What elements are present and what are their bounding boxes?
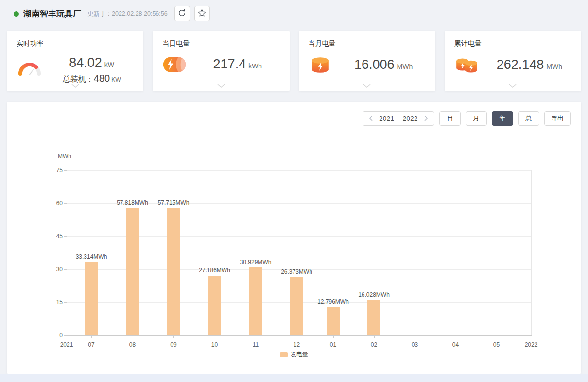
generation-chart-card: 2021— 2022 日 月 年 总 导出 MWh 01530456075202… [7, 102, 581, 374]
x-tick-label: 04 [452, 341, 459, 348]
next-range-chevron-right-icon[interactable] [424, 116, 428, 121]
y-tick-label: 45 [42, 233, 63, 240]
x-tick-mark [415, 336, 415, 338]
x-tick-mark [215, 336, 215, 338]
bar-value-label: 26.373MWh [281, 268, 312, 275]
card-label: 当日电量 [162, 39, 282, 48]
generation-bar[interactable] [85, 262, 98, 335]
daily-energy-unit: kWh [248, 62, 262, 70]
bar-value-label: 30.929MWh [240, 259, 272, 266]
card-monthly-energy: 当月电量 16.006MWh [299, 31, 435, 91]
view-button-day[interactable]: 日 [439, 111, 461, 126]
bar-value-label: 16.028MWh [358, 291, 390, 298]
y-gridline [67, 170, 531, 171]
view-button-year[interactable]: 年 [492, 111, 513, 126]
daily-energy-value: 217.4 [213, 57, 246, 71]
card-cumulative-energy: 累计电量 [445, 31, 581, 91]
site-title: 湖南智丰玩具厂 [23, 8, 81, 19]
x-tick-mark [333, 336, 334, 338]
card-label: 累计电量 [454, 39, 574, 48]
x-tick-label: 2022 [525, 341, 538, 348]
y-tick-label: 0 [42, 332, 63, 339]
chart-toolbar: 2021— 2022 日 月 年 总 导出 [363, 111, 571, 126]
y-tick-label: 30 [42, 266, 63, 273]
y-axis-unit-label: MWh [58, 153, 71, 160]
view-button-total[interactable]: 总 [518, 111, 539, 126]
expand-chevron-down-icon[interactable] [217, 81, 225, 90]
power-gauge-icon [17, 58, 47, 81]
bar-chart: MWh 015304560752021070809101112010203040… [7, 102, 581, 374]
generation-bar[interactable] [249, 267, 262, 335]
x-tick-label: 11 [253, 341, 259, 348]
dashboard-page: 湖南智丰玩具厂 更新于：2022.02.28 20:56:56 实时功率 [0, 0, 588, 382]
cumulative-energy-value: 262.148 [497, 57, 544, 72]
generation-bar[interactable] [290, 277, 303, 335]
card-label: 实时功率 [17, 39, 137, 48]
bar-value-label: 57.818MWh [117, 199, 148, 206]
y-axis-line [67, 170, 67, 335]
y-tick-label: 15 [42, 299, 63, 306]
expand-chevron-down-icon[interactable] [71, 81, 79, 90]
date-range-text: 2021— 2022 [379, 115, 417, 122]
x-tick-mark [297, 336, 297, 338]
x-tick-mark [374, 336, 375, 338]
plot-right-border [531, 170, 532, 335]
daily-energy-icon [162, 55, 192, 74]
prev-range-chevron-left-icon[interactable] [369, 116, 373, 121]
monthly-energy-value: 16.006 [354, 57, 395, 72]
x-tick-mark [497, 336, 497, 338]
chart-legend[interactable]: 发电量 [280, 350, 308, 359]
generation-bar[interactable] [327, 307, 340, 335]
installed-capacity-value: 480 [94, 73, 110, 83]
installed-capacity-unit: KW [111, 76, 121, 83]
x-tick-mark [133, 336, 133, 338]
x-tick-label: 10 [211, 341, 218, 348]
bottom-strip [0, 374, 588, 382]
y-tick-label: 75 [42, 167, 63, 174]
monthly-energy-icon [309, 55, 339, 75]
bar-value-label: 57.715MWh [158, 199, 190, 206]
generation-bar[interactable] [167, 208, 180, 335]
export-button[interactable]: 导出 [544, 111, 571, 126]
x-tick-label: 03 [412, 341, 418, 348]
x-tick-label: 12 [294, 341, 300, 348]
bar-value-label: 12.796MWh [317, 299, 349, 305]
monthly-energy-unit: MWh [397, 63, 413, 70]
x-tick-mark [173, 336, 174, 338]
star-icon [197, 8, 207, 19]
updated-timestamp: 更新于：2022.02.28 20:56:56 [87, 10, 168, 18]
x-axis-line [67, 335, 532, 336]
header-bar: 湖南智丰玩具厂 更新于：2022.02.28 20:56:56 [0, 0, 588, 27]
generation-bar[interactable] [126, 208, 139, 335]
realtime-power-value: 84.02 [69, 55, 102, 70]
refresh-icon [177, 8, 187, 19]
bar-value-label: 33.314MWh [76, 253, 107, 260]
x-tick-mark [456, 336, 456, 338]
x-tick-label: 01 [330, 341, 336, 348]
card-label: 当月电量 [309, 39, 429, 48]
expand-chevron-down-icon[interactable] [363, 81, 371, 90]
refresh-button[interactable] [174, 6, 190, 21]
x-tick-label: 09 [170, 341, 176, 348]
x-tick-mark [91, 336, 92, 338]
favorite-button[interactable] [194, 6, 210, 21]
x-tick-mark [256, 336, 256, 338]
card-daily-energy: 当日电量 [153, 31, 289, 91]
expand-chevron-down-icon[interactable] [509, 81, 517, 90]
x-tick-label: 08 [129, 341, 136, 348]
legend-swatch [280, 352, 288, 357]
realtime-power-unit: kW [104, 61, 114, 68]
card-realtime-power: 实时功率 84.0 [7, 31, 143, 91]
x-tick-label: 05 [493, 341, 500, 348]
x-tick-label: 07 [88, 341, 94, 348]
legend-series-label: 发电量 [291, 350, 308, 359]
x-tick-label: 2021 [60, 341, 73, 348]
cumulative-energy-icon [454, 55, 484, 75]
online-status-dot [14, 11, 19, 17]
date-range-picker[interactable]: 2021— 2022 [363, 111, 434, 126]
view-button-month[interactable]: 月 [466, 111, 487, 126]
stat-cards-row: 实时功率 84.0 [7, 31, 581, 91]
cumulative-energy-unit: MWh [546, 63, 562, 70]
generation-bar[interactable] [367, 300, 380, 335]
generation-bar[interactable] [208, 276, 221, 335]
